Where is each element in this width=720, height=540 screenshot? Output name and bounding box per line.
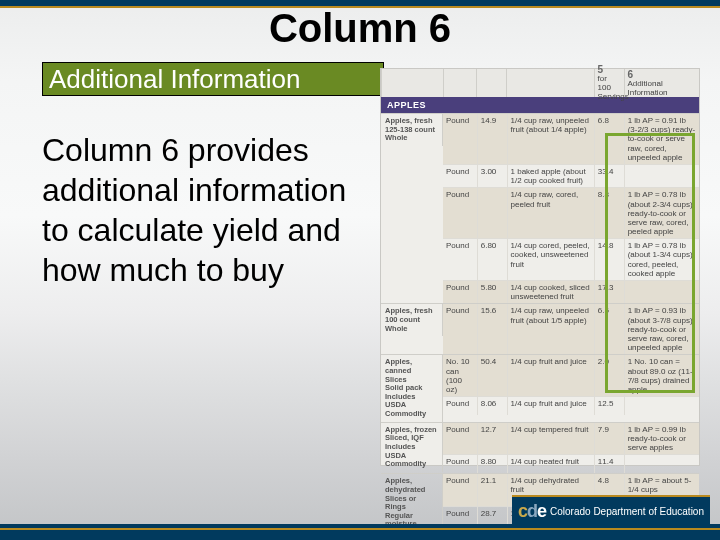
cell-unit: Pound [443,165,477,187]
cell-ai [624,281,699,303]
cell-ai [624,165,699,187]
cde-logo: cde Colorado Department of Education [512,495,710,526]
cell-ai: 1 lb AP = 0.91 lb (3-2/3 cups) ready-to-… [624,114,699,164]
cell-unit: Pound [443,507,477,525]
slide-title: Column 6 [0,6,720,51]
food-item-name: Apples, cannedSlicesSolid packIncludes U… [381,355,443,421]
cell-sp: 12.7 [477,423,507,455]
table-group: Apples, fresh125-138 countWholePound14.9… [381,113,699,303]
cell-ps: 12.5 [594,397,624,415]
cell-ps: 17.3 [594,281,624,303]
table-row: Pound8.061/4 cup fruit and juice12.5 [443,396,699,415]
cell-ps: 6.8 [594,114,624,164]
food-item-name: Apples, fresh100 countWhole [381,304,443,336]
cell-unit: Pound [443,239,477,280]
cell-sp: 15.6 [477,304,507,354]
table-group: Apples, cannedSlicesSolid packIncludes U… [381,354,699,421]
cell-unit: Pound [443,281,477,303]
table-group: Apples, frozenSliced, IQFIncludes USDA C… [381,422,699,474]
cell-unit: Pound [443,188,477,238]
food-item-name: Apples, frozenSliced, IQFIncludes USDA C… [381,423,443,472]
cell-unit: Pound [443,474,477,506]
food-item-name: Apples, fresh125-138 countWhole [381,114,443,146]
cell-ss: 1/4 cup fruit and juice [507,355,594,396]
cell-unit: No. 10 can (100 oz) [443,355,477,396]
table-section-heading: APPLES [381,97,699,113]
slide-body: Column 6 provides additional information… [42,130,372,290]
cell-unit: Pound [443,114,477,164]
table-row: Pound12.71/4 cup tempered fruit7.91 lb A… [443,423,699,455]
cell-ai: 1 lb AP = 0.78 lb (about 2-3/4 cups) rea… [624,188,699,238]
cell-ps: 11.4 [594,455,624,473]
cde-logo-text: Colorado Department of Education [550,506,704,517]
table-row: Pound8.801/4 cup heated fruit11.4 [443,454,699,473]
table-row: Pound6.801/4 cup cored, peeled, cooked, … [443,238,699,280]
cell-ps: 6.5 [594,304,624,354]
cell-sp: 8.80 [477,455,507,473]
cell-ss: 1/4 cup heated fruit [507,455,594,473]
table-row: Pound14.91/4 cup raw, unpeeled fruit (ab… [443,114,699,164]
footer-bar [0,530,720,540]
cell-sp: 8.06 [477,397,507,415]
table-header-row: 5for 100 Servings 6Additional Informatio… [381,69,699,97]
cell-sp: 6.80 [477,239,507,280]
cell-ai: 1 lb AP = 0.78 lb (about 1-3/4 cups) cor… [624,239,699,280]
cell-sp: 28.7 [477,507,507,525]
cell-sp: 3.00 [477,165,507,187]
cell-sp [477,188,507,238]
cell-ss: 1/4 cup cored, peeled, cooked, unsweeten… [507,239,594,280]
cell-ps: 33.4 [594,165,624,187]
cell-ss: 1/4 cup raw, unpeeled fruit (about 1/4 a… [507,114,594,164]
table-row: Pound3.001 baked apple (about 1/2 cup co… [443,164,699,187]
cell-ss: 1/4 cup tempered fruit [507,423,594,455]
cell-sp: 21.1 [477,474,507,506]
cell-ss: 1 baked apple (about 1/2 cup cooked frui… [507,165,594,187]
cell-ps: 8.8 [594,188,624,238]
cell-unit: Pound [443,455,477,473]
table-row: Pound5.801/4 cup cooked, sliced unsweete… [443,280,699,303]
table-group: Apples, fresh100 countWholePound15.61/4 … [381,303,699,354]
cell-sp: 5.80 [477,281,507,303]
table-row: No. 10 can (100 oz)50.41/4 cup fruit and… [443,355,699,396]
cell-sp: 50.4 [477,355,507,396]
cell-ps: 14.8 [594,239,624,280]
cell-ai [624,455,699,473]
cell-ai: 1 lb AP = 0.93 lb (about 3-7/8 cups) rea… [624,304,699,354]
cde-logo-mark: cde [518,501,546,522]
table-row: Pound15.61/4 cup raw, unpeeled fruit (ab… [443,304,699,354]
cell-ai: 1 lb AP = 0.99 lb ready-to-cook or serve… [624,423,699,455]
cell-sp: 14.9 [477,114,507,164]
cell-ss: 1/4 cup raw, cored, peeled fruit [507,188,594,238]
cell-ss: 1/4 cup raw, unpeeled fruit (about 1/5 a… [507,304,594,354]
cell-ai: 1 No. 10 can = about 89.0 oz (11-7/8 cup… [624,355,699,396]
cell-ps: 7.9 [594,423,624,455]
cell-unit: Pound [443,397,477,415]
cell-unit: Pound [443,423,477,455]
table-row: Pound1/4 cup raw, cored, peeled fruit8.8… [443,187,699,238]
food-buying-guide-table: 5for 100 Servings 6Additional Informatio… [380,68,700,466]
cell-ps: 2.0 [594,355,624,396]
slide-subtitle: Additional Information [42,62,384,96]
cell-ss: 1/4 cup cooked, sliced unsweetened fruit [507,281,594,303]
cell-unit: Pound [443,304,477,354]
cell-ai [624,397,699,415]
cell-ss: 1/4 cup fruit and juice [507,397,594,415]
